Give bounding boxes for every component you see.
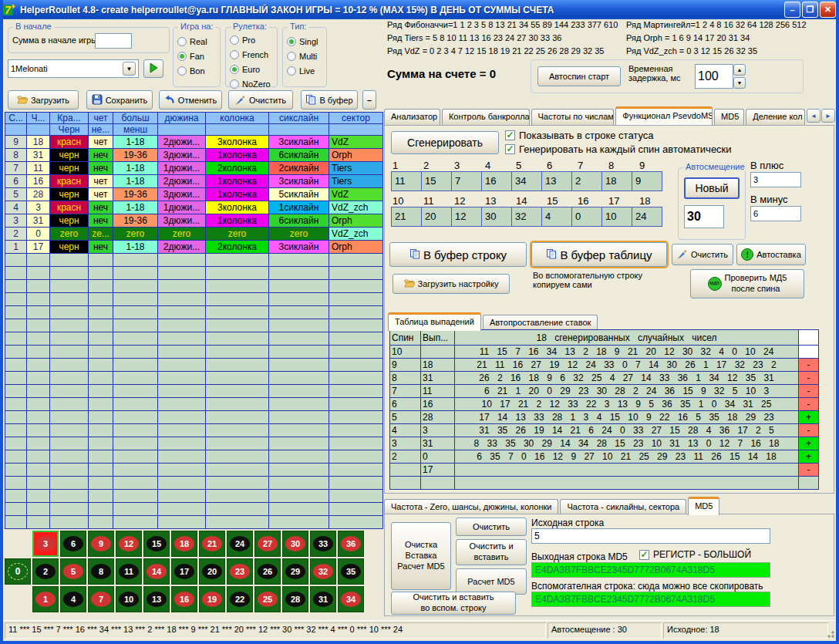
- preset-combobox[interactable]: 1Melonati ▼: [8, 59, 139, 78]
- roulette-number-9[interactable]: 9: [88, 531, 114, 557]
- tab-анализатор[interactable]: Анализатор: [384, 109, 440, 125]
- toolbar-button-1[interactable]: Загрузить: [8, 90, 79, 110]
- check-md5-button[interactable]: МД5 Проверить МД5 после спина: [690, 269, 804, 298]
- autoshift-value-input[interactable]: [684, 205, 724, 228]
- radio-pro[interactable]: Pro: [230, 32, 275, 47]
- tab-md5[interactable]: MD5: [688, 497, 719, 515]
- roulette-number-17[interactable]: 17: [171, 558, 197, 585]
- radio-bon[interactable]: Bon: [177, 63, 217, 78]
- tab-md5[interactable]: MD5: [714, 109, 744, 125]
- roulette-number-35[interactable]: 35: [338, 558, 364, 585]
- md5-all-in-one-button[interactable]: Очистка Вставка Расчет MD5: [391, 522, 451, 590]
- delay-down-icon[interactable]: ▼: [733, 77, 746, 89]
- tab-функционал-psevdoms[interactable]: Функционал PsevdoMS: [615, 106, 713, 125]
- checkbox-show-status[interactable]: ✓ Показывать в строке статуса: [505, 130, 654, 141]
- chevron-down-icon[interactable]: ▼: [123, 62, 136, 76]
- radio-fan[interactable]: Fan: [177, 49, 217, 63]
- tab-таблица-выпадений[interactable]: Таблица выпадений: [388, 312, 481, 331]
- tab-деление-кол[interactable]: Деление кол: [746, 109, 805, 125]
- checkbox-uppercase[interactable]: ✓ РЕГИСТР - БОЛЬШОЙ: [639, 549, 751, 560]
- tab-частота-zero-шансы-дюжины-колонки[interactable]: Частота - Zero, шансы, дюжины, колонки: [384, 499, 558, 515]
- roulette-number-19[interactable]: 19: [199, 586, 225, 612]
- roulette-number-3[interactable]: 3: [32, 531, 59, 557]
- roulette-number-33[interactable]: 33: [310, 531, 336, 557]
- roulette-number-30[interactable]: 30: [282, 531, 308, 557]
- roulette-number-34[interactable]: 34: [338, 586, 364, 612]
- tabs-scroll-left-icon[interactable]: ◄: [807, 109, 820, 123]
- toolbar-button-2[interactable]: Сохранить: [86, 90, 153, 110]
- toolbar-button-4[interactable]: Очистить: [228, 90, 293, 110]
- tab-частоты-по-числам[interactable]: Частоты по числам: [531, 109, 615, 125]
- md5-clear-paste-aux-button[interactable]: Очистить и вставить во вспом. строку: [391, 592, 516, 615]
- roulette-number-31[interactable]: 31: [310, 586, 336, 612]
- roulette-number-26[interactable]: 26: [254, 558, 281, 585]
- delay-up-icon[interactable]: ▲: [733, 64, 746, 76]
- tab-контроль-банкролла[interactable]: Контроль банкролла: [442, 109, 530, 125]
- toolbar-button-3[interactable]: Отменить: [159, 90, 222, 110]
- new-shift-button[interactable]: Новый: [684, 177, 740, 199]
- history-cell: zero: [50, 228, 89, 241]
- delay-input[interactable]: [695, 64, 733, 89]
- roulette-number-36[interactable]: 36: [338, 531, 364, 557]
- roulette-number-13[interactable]: 13: [143, 586, 170, 612]
- tab-автопроставление-ставок[interactable]: Автопроставление ставок: [483, 315, 598, 331]
- play-button[interactable]: [143, 59, 163, 78]
- roulette-number-1[interactable]: 1: [32, 586, 59, 612]
- roulette-number-5[interactable]: 5: [60, 558, 86, 585]
- roulette-number-10[interactable]: 10: [116, 586, 142, 612]
- roulette-number-32[interactable]: 32: [310, 558, 336, 585]
- copy-row-button[interactable]: В буфер строку: [389, 242, 527, 267]
- minus-input[interactable]: [750, 206, 801, 221]
- autospin-start-button[interactable]: Автоспин старт: [537, 66, 621, 86]
- toolbar-button-5[interactable]: В буфер: [301, 90, 358, 110]
- roulette-number-15[interactable]: 15: [143, 531, 170, 557]
- roulette-number-28[interactable]: 28: [282, 586, 308, 612]
- roulette-number-7[interactable]: 7: [88, 586, 114, 612]
- roulette-number-8[interactable]: 8: [88, 558, 114, 585]
- maximize-button[interactable]: ❐: [802, 2, 818, 18]
- md5-clear-button[interactable]: Очистить: [456, 518, 527, 536]
- roulette-number-6[interactable]: 6: [60, 531, 86, 557]
- roulette-number-21[interactable]: 21: [199, 531, 225, 557]
- roulette-number-23[interactable]: 23: [227, 558, 253, 585]
- radio-french[interactable]: French: [230, 47, 275, 62]
- radio-multi[interactable]: Multi: [287, 49, 325, 63]
- roulette-number-20[interactable]: 20: [199, 558, 225, 585]
- roulette-number-2[interactable]: 2: [32, 558, 59, 585]
- plus-input[interactable]: [750, 172, 801, 187]
- tab-частота-сиклайны-сектора[interactable]: Частота - сиклайны, сектора: [560, 499, 686, 515]
- roulette-number-4[interactable]: 4: [60, 586, 86, 612]
- md5-clear-paste-button[interactable]: Очистить и вставить: [456, 539, 527, 565]
- start-sum-input[interactable]: [95, 33, 132, 49]
- roulette-number-24[interactable]: 24: [227, 531, 253, 557]
- roulette-number-0[interactable]: 0: [5, 558, 31, 585]
- close-button[interactable]: ✕: [820, 2, 836, 18]
- roulette-number-16[interactable]: 16: [171, 586, 197, 612]
- roulette-number-12[interactable]: 12: [116, 531, 142, 557]
- roulette-number-29[interactable]: 29: [282, 558, 308, 585]
- md5-calc-button[interactable]: Расчет MD5: [456, 568, 527, 595]
- roulette-number-25[interactable]: 25: [254, 586, 281, 612]
- history-empty-cell: [329, 372, 383, 385]
- roulette-number-11[interactable]: 11: [116, 558, 142, 585]
- radio-live[interactable]: Live: [287, 63, 325, 78]
- checkbox-generate-each-spin[interactable]: ✓ Генерировать на каждый спин автоматиче…: [505, 143, 732, 155]
- roulette-number-22[interactable]: 22: [227, 586, 253, 612]
- generate-button[interactable]: Сгенерировать: [391, 131, 499, 154]
- clear-button[interactable]: Очистить: [672, 244, 733, 265]
- minimize-button[interactable]: –: [784, 2, 800, 18]
- roulette-number-18[interactable]: 18: [171, 531, 197, 557]
- autobet-button[interactable]: ! Автоставка: [736, 244, 806, 265]
- source-string-input[interactable]: [531, 528, 770, 544]
- radio-real[interactable]: Real: [177, 34, 217, 49]
- roulette-number-27[interactable]: 27: [254, 531, 281, 557]
- toolbar-button-6[interactable]: –: [362, 90, 376, 110]
- radio-euro[interactable]: Euro: [230, 62, 275, 76]
- tabs-scroll-right-icon[interactable]: ►: [821, 109, 835, 123]
- copy-table-button[interactable]: В буфер таблицу: [531, 242, 667, 267]
- radio-nozero[interactable]: NoZero: [230, 76, 275, 91]
- resize-grip[interactable]: [825, 629, 834, 638]
- radio-singl[interactable]: Singl: [287, 34, 325, 49]
- load-settings-button[interactable]: Загрузить настройку: [393, 274, 510, 294]
- roulette-number-14[interactable]: 14: [143, 558, 170, 585]
